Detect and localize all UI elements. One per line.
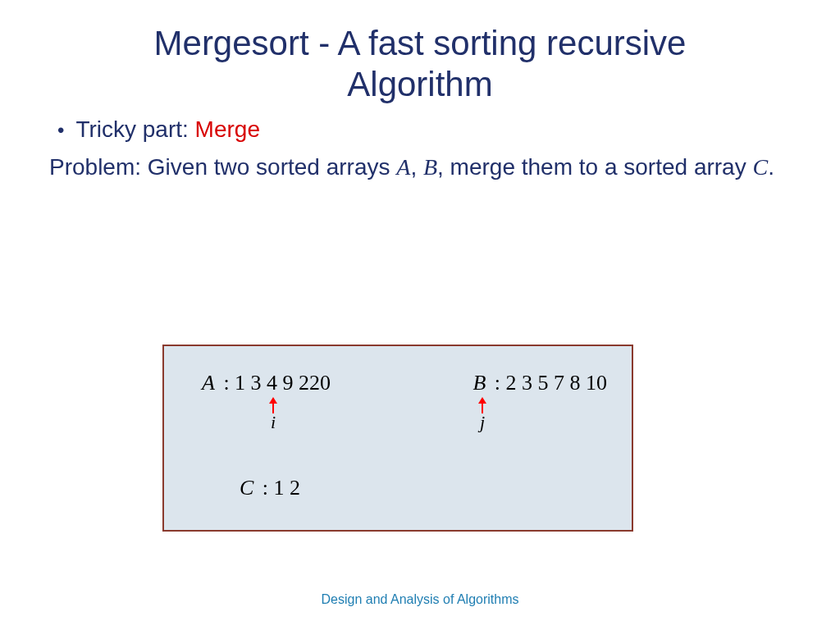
row-arrays: A : 1 3 4 9 220 B : 2 3 5 7 8 10 <box>202 371 607 395</box>
bullet-highlight: Merge <box>195 116 260 142</box>
array-A-label: A <box>202 371 215 395</box>
var-B: B <box>423 154 437 180</box>
var-C: C <box>752 154 768 180</box>
pointer-i: i <box>265 397 281 430</box>
var-A: A <box>396 154 410 180</box>
arrow-up-icon <box>267 397 279 413</box>
svg-marker-3 <box>478 397 486 404</box>
slide-body: • Tricky part: Merge Problem: Given two … <box>0 104 840 183</box>
problem-dot: . <box>768 154 774 180</box>
comma: , <box>410 154 423 180</box>
array-B: B : 2 3 5 7 8 10 <box>472 371 607 395</box>
title-line-1: Mergesort - A fast sorting recursive <box>154 24 687 62</box>
pointer-i-label: i <box>265 412 281 433</box>
slide-footer: Design and Analysis of Algorithms <box>0 592 840 607</box>
bullet-tricky: • Tricky part: Merge <box>57 114 791 145</box>
array-C: C : 1 2 <box>240 476 300 500</box>
merge-diagram: A : 1 3 4 9 220 B : 2 3 5 7 8 10 i j C :… <box>162 345 633 532</box>
problem-p2: , merge them to a sorted array <box>437 154 752 180</box>
array-A: A : 1 3 4 9 220 <box>202 371 331 395</box>
title-line-2: Algorithm <box>347 65 492 103</box>
slide-title: Mergesort - A fast sorting recursive Alg… <box>0 0 840 104</box>
array-C-values: : 1 2 <box>257 476 300 500</box>
svg-marker-1 <box>269 397 277 404</box>
array-A-values: : 1 3 4 9 220 <box>218 371 331 395</box>
problem-p1: Problem: Given two sorted arrays <box>49 154 396 180</box>
bullet-prefix: Tricky part: <box>75 116 194 142</box>
problem-statement: Problem: Given two sorted arrays A, B, m… <box>49 152 791 183</box>
array-C-label: C <box>240 476 253 500</box>
array-B-values: : 2 3 5 7 8 10 <box>489 371 607 395</box>
bullet-marker: • <box>57 116 64 144</box>
arrow-up-icon <box>477 397 488 413</box>
pointer-j-label: j <box>474 412 491 433</box>
array-B-label: B <box>472 371 486 395</box>
pointer-j: j <box>474 397 491 430</box>
bullet-text: Tricky part: Merge <box>75 114 260 145</box>
